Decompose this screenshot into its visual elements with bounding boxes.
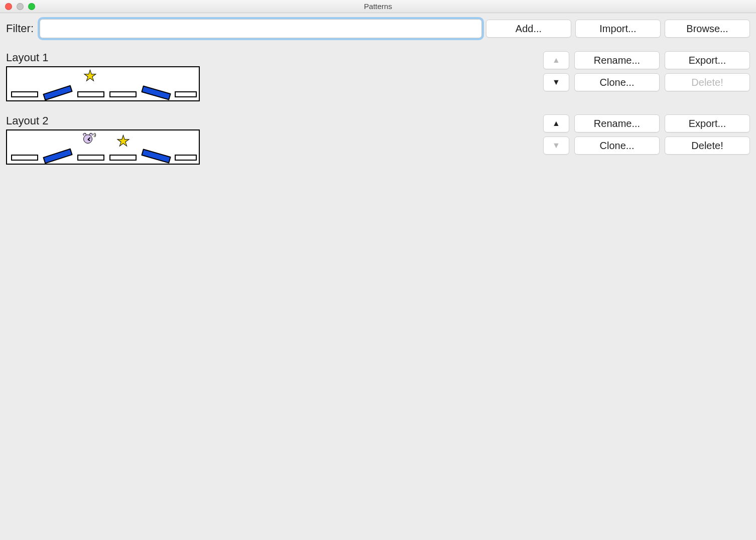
window-controls [0,3,35,10]
brick-icon [11,91,38,97]
move-up-button[interactable]: ▲ [543,114,569,132]
export-button[interactable]: Export... [665,114,750,132]
clock-icon: 9 [82,132,93,144]
brick-icon [43,85,72,100]
star-icon: ★ [83,68,97,83]
filter-row: Filter: Add... Import... Browse... [6,19,750,38]
browse-button[interactable]: Browse... [665,20,750,38]
pattern-row: Layout 1 ★ ▲ Rename... Export... ▼ Clone… [6,51,750,101]
clone-button[interactable]: Clone... [574,137,660,155]
pattern-actions: ▲ Rename... Export... ▼ Clone... Delete! [543,114,750,155]
pattern-thumbnail[interactable]: ★ [6,66,200,101]
pattern-row: Layout 2 9 ★ ▲ Rename... Exp [6,114,750,165]
add-button[interactable]: Add... [486,20,571,38]
brick-icon [109,91,137,97]
filter-input-wrap [40,19,482,38]
import-button[interactable]: Import... [575,20,661,38]
rename-button[interactable]: Rename... [574,114,660,132]
delete-button[interactable]: Delete! [665,137,750,155]
brick-icon [175,91,197,97]
pattern-preview: Layout 1 ★ [6,51,200,101]
rename-button[interactable]: Rename... [574,51,660,69]
brick-icon [109,155,137,161]
brick-icon [77,155,104,161]
pattern-preview: Layout 2 9 ★ [6,114,200,165]
pattern-name: Layout 2 [6,114,200,127]
brick-icon [141,85,171,100]
pattern-name: Layout 1 [6,51,200,64]
window-title: Patterns [0,2,756,11]
brick-icon [43,148,72,164]
delete-button: Delete! [665,73,750,91]
close-icon[interactable] [5,3,12,10]
pattern-thumbnail[interactable]: 9 ★ [6,129,200,165]
titlebar: Patterns [0,0,756,13]
star-icon: ★ [116,133,130,149]
zoom-icon[interactable] [28,3,35,10]
move-down-button[interactable]: ▼ [543,73,569,91]
brick-icon [141,149,171,163]
brick-icon [77,91,104,97]
brick-icon [11,155,38,161]
clone-button[interactable]: Clone... [574,73,660,91]
minimize-icon [17,3,24,10]
filter-label: Filter: [6,22,36,35]
move-up-button: ▲ [543,51,569,69]
export-button[interactable]: Export... [665,51,750,69]
filter-input[interactable] [40,19,482,38]
brick-icon [175,155,197,161]
move-down-button: ▼ [543,137,569,155]
pattern-actions: ▲ Rename... Export... ▼ Clone... Delete! [543,51,750,91]
content-area: Filter: Add... Import... Browse... Layou… [0,13,756,171]
